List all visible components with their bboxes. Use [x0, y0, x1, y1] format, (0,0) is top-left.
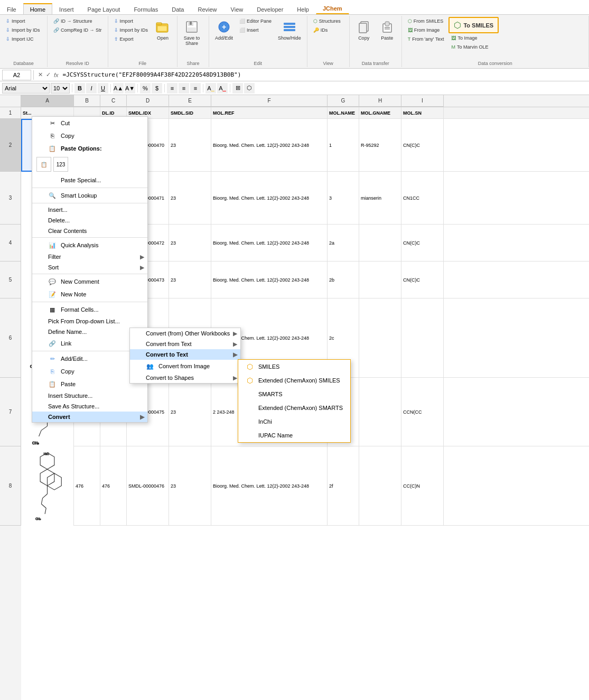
btn-to-smiles[interactable]: ⬡ To SMILES [448, 17, 499, 33]
sm1-convert-from-image[interactable]: 👥 Convert from Image [130, 360, 240, 372]
cell-7-h[interactable] [359, 378, 401, 446]
cm-clear-contents[interactable]: Clear Contents [32, 226, 147, 236]
tab-data[interactable]: Data [165, 4, 191, 14]
cm-copy[interactable]: ⎘ Copy [32, 129, 147, 142]
col-header-e[interactable]: E [169, 95, 211, 107]
cell-8-b[interactable]: 476 [74, 446, 100, 525]
cell-5-e[interactable]: 23 [169, 262, 211, 298]
btn-to-image[interactable]: 🖼 To Image [448, 34, 499, 42]
paste-opt-1[interactable]: 📋 [36, 157, 51, 172]
cell-1-e[interactable]: SMDL.SID [169, 107, 211, 118]
cell-8-d[interactable]: SMDL-00000476 [127, 446, 169, 525]
btn-structures[interactable]: ⬡ Structures [311, 17, 343, 25]
sm1-other-workbooks[interactable]: Convert (from) Other Workbooks ▶ [130, 328, 240, 339]
cell-2-g[interactable]: 1 [328, 119, 359, 171]
btn-from-any-text[interactable]: T From 'any' Text [405, 35, 447, 43]
merge-button[interactable]: ⬡ [244, 83, 255, 94]
cell-8-e[interactable]: 23 [169, 446, 211, 525]
cm-cut[interactable]: ✂ Cut [32, 117, 147, 129]
font-family-select[interactable]: Arial [2, 83, 50, 94]
btn-file-import[interactable]: ⇩ Import [111, 17, 151, 25]
cell-3-g[interactable]: 3 [328, 172, 359, 224]
row-header-5[interactable]: 5 [0, 262, 21, 298]
row-header-4[interactable]: 4 [0, 225, 21, 262]
cm-insert[interactable]: Insert... [32, 204, 147, 215]
cell-8-h[interactable] [359, 446, 401, 525]
sm2-extended-smarts[interactable]: Extended (ChemAxon) SMARTS [238, 401, 350, 415]
cell-5-g[interactable]: 2b [328, 262, 359, 298]
tab-page-layout[interactable]: Page Layout [81, 4, 127, 14]
cell-7-i[interactable]: CCN(CC [401, 378, 444, 446]
formula-input[interactable] [63, 71, 587, 78]
btn-insert[interactable]: ⬜ Insert [237, 26, 274, 34]
btn-import[interactable]: ⇩ Import [3, 17, 43, 25]
cell-2-f[interactable]: Bioorg. Med. Chem. Lett. 12(2)-2002 243-… [211, 119, 328, 171]
btn-file-import-ids[interactable]: ⇩ Import by IDs [111, 26, 151, 34]
cell-1-i[interactable]: MOL.SN [401, 107, 444, 118]
cm-sort[interactable]: Sort ▶ [32, 262, 147, 273]
sm2-iupac-name[interactable]: IUPAC Name [238, 428, 350, 442]
cell-4-h[interactable] [359, 225, 401, 261]
cell-3-e[interactable]: 23 [169, 172, 211, 224]
tab-insert[interactable]: Insert [52, 4, 81, 14]
cm-smart-lookup[interactable]: 🔍 Smart Lookup [32, 189, 147, 202]
row-header-6[interactable]: 6 [0, 298, 21, 378]
sm1-convert-to-text[interactable]: Convert to Text ▶ [130, 349, 240, 360]
cell-6-i[interactable] [401, 298, 444, 377]
align-center-button[interactable]: ≡ [179, 83, 189, 94]
align-right-button[interactable]: ≡ [190, 83, 201, 94]
btn-from-smiles[interactable]: ⬡ From SMILES [405, 17, 447, 25]
cell-2-h[interactable]: R-95292 [359, 119, 401, 171]
col-header-c[interactable]: C [100, 95, 127, 107]
cell-4-f[interactable]: Bioorg. Med. Chem. Lett. 12(2)-2002 243-… [211, 225, 328, 261]
cell-7-e[interactable]: 23 [169, 378, 211, 446]
row-header-3[interactable]: 3 [0, 172, 21, 225]
cell-8-i[interactable]: CC(C)N [401, 446, 444, 525]
dollar-button[interactable]: $ [152, 83, 162, 94]
cm-insert-structure[interactable]: Insert Structure... [32, 390, 147, 401]
btn-add-edit[interactable]: + Add/Edit [212, 17, 236, 42]
cm-delete[interactable]: Delete... [32, 215, 147, 226]
cell-3-i[interactable]: CN1CC [401, 172, 444, 224]
col-header-i[interactable]: I [401, 95, 444, 107]
underline-button[interactable]: U [98, 83, 108, 94]
col-header-g[interactable]: G [328, 95, 359, 107]
cell-2-i[interactable]: CN(C)C [401, 119, 444, 171]
bold-button[interactable]: B [74, 83, 85, 94]
cm-convert[interactable]: Convert ▶ [32, 412, 147, 422]
cm-quick-analysis[interactable]: 📊 Quick Analysis [32, 239, 147, 251]
cell-reference-box[interactable] [2, 70, 31, 80]
cell-4-e[interactable]: 23 [169, 225, 211, 261]
row-header-8[interactable]: 8 [0, 446, 21, 526]
cell-3-f[interactable]: Bioorg. Med. Chem. Lett. 12(2)-2002 243-… [211, 172, 328, 224]
row-header-7[interactable]: 7 [0, 378, 21, 446]
cell-4-g[interactable]: 2a [328, 225, 359, 261]
btn-copy[interactable]: Copy [353, 17, 375, 42]
cm-paste-special[interactable]: Paste Special... [32, 174, 147, 186]
tab-developer[interactable]: Developer [250, 4, 290, 14]
cell-6-h[interactable] [359, 298, 401, 377]
col-header-a[interactable]: A [21, 95, 74, 107]
sm2-smiles[interactable]: ⬡ SMILES [238, 360, 350, 374]
btn-from-image[interactable]: 🖼 From Image [405, 26, 447, 34]
row-header-2[interactable]: 2 [0, 119, 21, 172]
btn-open[interactable]: Open [152, 17, 174, 42]
decrease-font-button[interactable]: A▼ [125, 83, 135, 94]
btn-editor-pane[interactable]: ⬜ Editor Pane [237, 17, 274, 25]
cell-5-h[interactable] [359, 262, 401, 298]
sm2-extended-smiles[interactable]: ⬡ Extended (ChemAxon) SMILES [238, 374, 350, 387]
cell-4-i[interactable]: CN(C)C [401, 225, 444, 261]
btn-show-hide[interactable]: Show/Hide [275, 17, 304, 42]
formula-confirm-icon[interactable]: ✓ [46, 71, 51, 78]
btn-import-by-ids[interactable]: ⇩ Import by IDs [3, 26, 43, 34]
sm2-inchi[interactable]: InChi [238, 415, 350, 428]
btn-compreg-id[interactable]: 🔗 CompReg ID → Str [51, 26, 105, 34]
cell-8-f[interactable]: Bioorg. Med. Chem. Lett. 12(2)-2002 243-… [211, 446, 328, 525]
paste-opt-2[interactable]: 123 [53, 157, 68, 172]
tab-jchem[interactable]: JChem [316, 3, 349, 14]
fill-color-button[interactable]: A_ [205, 83, 216, 94]
percent-button[interactable]: % [140, 83, 151, 94]
cell-3-h[interactable]: mianserin [359, 172, 401, 224]
cell-5-f[interactable]: Bioorg. Med. Chem. Lett. 12(2)-2002 243-… [211, 262, 328, 298]
btn-import-ijc[interactable]: ⇩ Import IJC [3, 35, 43, 43]
